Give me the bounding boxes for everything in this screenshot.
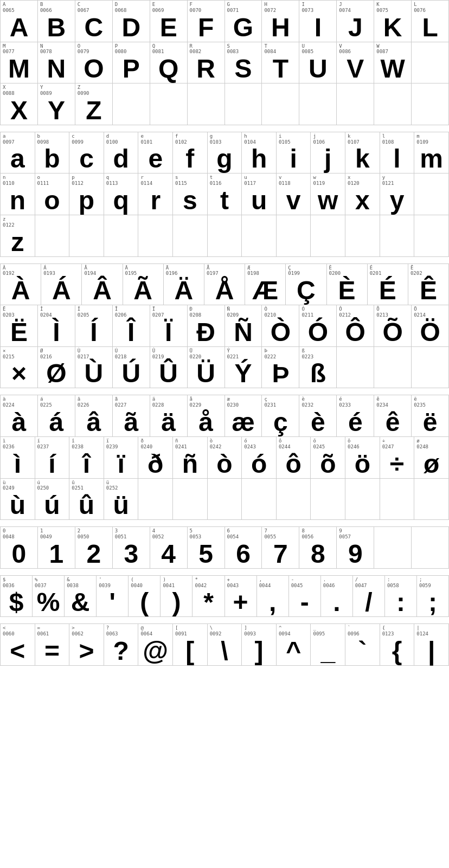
glyph-code: È0200	[329, 265, 341, 277]
glyph-character: å	[190, 409, 222, 435]
glyph-cell: m0109m	[414, 132, 448, 173]
glyph-cell: 300513	[113, 527, 150, 568]
glyph-character: ;	[419, 589, 446, 615]
glyph-character: ò	[210, 451, 240, 477]
glyph-code: ã0227	[115, 396, 127, 408]
glyph-cell: t0116t	[208, 173, 242, 215]
glyph-chart: A0065AB0066BC0067CD0068DE0069EF0070FG007…	[0, 0, 449, 666]
glyph-cell: a0097a	[1, 132, 35, 173]
glyph-cell-empty	[277, 215, 311, 256]
glyph-cell-empty	[337, 83, 374, 125]
glyph-code: Ð0208	[190, 306, 202, 318]
glyph-code: 40052	[152, 528, 164, 540]
glyph-code: Ñ0209	[227, 306, 239, 318]
glyph-character: 7	[264, 541, 297, 567]
glyph-character: d	[106, 146, 136, 172]
glyph-character: /	[355, 589, 382, 615]
glyph-code: H0072	[264, 2, 276, 14]
glyph-code: ?0063	[106, 625, 118, 637]
glyph-cell-empty	[225, 83, 262, 125]
glyph-cell: >0062>	[69, 624, 104, 665]
glyph-cell: æ0230æ	[225, 395, 262, 436]
glyph-character: K	[376, 15, 409, 41]
glyph-cell: C0067C	[75, 1, 113, 42]
glyph-code: Ô0212	[339, 306, 351, 318]
glyph-character: á	[40, 409, 73, 435]
glyph-cell: ;0059;	[417, 576, 448, 617]
glyph-character: v	[279, 188, 309, 214]
glyph-cell: ?0063?	[104, 624, 139, 665]
glyph-code: ô0244	[279, 438, 291, 450]
glyph-cell: Î0206Î	[113, 305, 150, 346]
glyph-code: o0111	[37, 175, 49, 187]
glyph-character: ð	[140, 451, 170, 477]
glyph-cell: Ü0220Ü	[188, 347, 225, 388]
glyph-cell: â0226â	[75, 395, 113, 436]
glyph-character: |	[416, 638, 446, 664]
glyph-cell: Á0193Á	[41, 264, 82, 305]
glyph-cell: ð0240ð	[138, 437, 173, 478]
glyph-cell-empty	[374, 347, 412, 388]
glyph-code: ü0252	[106, 480, 118, 492]
glyph-code: +0043	[227, 577, 239, 589]
glyph-character: E	[152, 15, 185, 41]
glyph-code: Y0089	[40, 85, 52, 97]
glyph-character: y	[382, 188, 412, 214]
glyph-character: Ñ	[227, 319, 260, 345]
glyph-cell-empty	[337, 347, 374, 388]
glyph-cell: v0118v	[277, 173, 311, 215]
glyph-cell-empty	[345, 215, 380, 256]
glyph-cell: =0061=	[35, 624, 70, 665]
glyph-section-extended2: à0224àá0225áâ0226âã0227ãä0228äå0229åæ023…	[0, 395, 449, 520]
glyph-code: v0118	[279, 175, 291, 187]
glyph-code: z0122	[3, 216, 15, 228]
glyph-cell: û0251û	[69, 479, 104, 520]
glyph-character: û	[72, 492, 101, 518]
glyph-cell: ö0246ö	[345, 437, 380, 478]
glyph-code: Ê0202	[410, 265, 422, 277]
glyph-cell: E0069E	[150, 1, 188, 42]
glyph-character: 1	[40, 541, 73, 567]
glyph-character: ?	[106, 638, 136, 664]
glyph-character: L	[414, 15, 446, 41]
glyph-cell: :0058:	[385, 576, 417, 617]
glyph-character: )	[163, 589, 190, 615]
glyph-cell: ï0239ï	[104, 437, 139, 478]
glyph-code: d0100	[106, 133, 118, 145]
glyph-code: r0114	[140, 175, 152, 187]
glyph-code: @0064	[140, 625, 152, 637]
glyph-cell: L0076L	[412, 1, 448, 42]
grid-row: <0060<=0061=>0062>?0063?@0064@[0091[\009…	[1, 624, 448, 665]
glyph-character: _	[313, 638, 343, 664]
glyph-character: G	[227, 15, 260, 41]
glyph-cell: Y0089Y	[38, 83, 75, 125]
glyph-section-extended1: À0192ÀÁ0193ÁÂ0194ÂÃ0195ÃÄ0196ÄÅ0197ÅÆ019…	[0, 263, 449, 389]
glyph-character: ç	[264, 409, 297, 435]
glyph-cell: |0124|	[414, 624, 448, 665]
glyph-character: ÷	[382, 451, 412, 477]
glyph-character: ö	[348, 451, 377, 477]
glyph-cell: +0043+	[225, 576, 257, 617]
glyph-code: n0110	[3, 175, 15, 187]
glyph-character: t	[210, 188, 240, 214]
glyph-character: C	[78, 15, 110, 41]
glyph-code: /0047	[355, 577, 367, 589]
glyph-code: E0069	[152, 2, 164, 14]
glyph-code: =0061	[37, 625, 49, 637]
glyph-cell: è0232è	[299, 395, 337, 436]
glyph-cell: u0117u	[242, 173, 277, 215]
glyph-character: '	[99, 589, 126, 615]
glyph-cell: D0068D	[113, 1, 150, 42]
glyph-character: Þ	[264, 361, 297, 387]
glyph-character: Æ	[247, 278, 283, 304]
glyph-cell: /0047/	[353, 576, 385, 617]
glyph-code: L0076	[414, 2, 426, 14]
glyph-code: y0121	[382, 175, 394, 187]
glyph-cell: n0110n	[1, 173, 35, 215]
glyph-code: F0070	[190, 2, 202, 14]
glyph-cell: R0082R	[188, 42, 225, 83]
glyph-code: å0229	[190, 396, 202, 408]
glyph-character: h	[244, 146, 274, 172]
glyph-code: ×0215	[3, 348, 15, 360]
glyph-character: ñ	[175, 451, 205, 477]
